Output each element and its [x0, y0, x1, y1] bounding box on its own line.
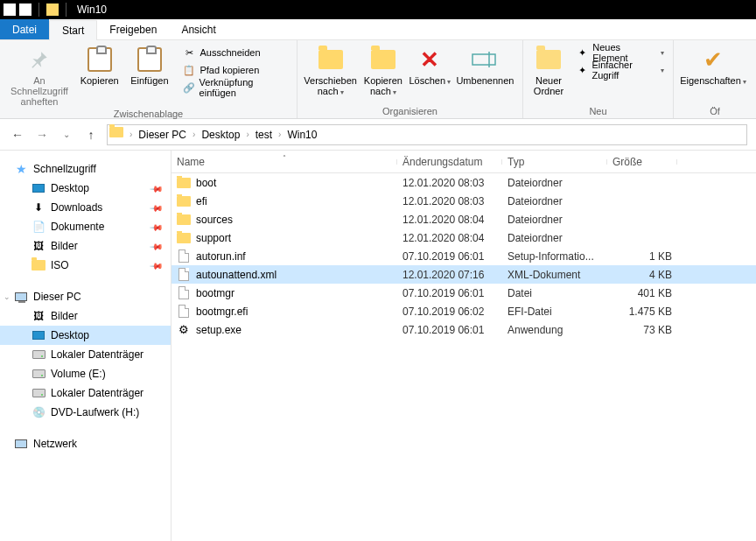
nav-item[interactable]: 📄Dokumente📌 [0, 217, 171, 236]
nav-item[interactable]: Lokaler Datenträger [0, 383, 171, 403]
new-item-button[interactable]: ✦Neues Element▾ [572, 44, 668, 61]
file-name: boot [196, 177, 216, 189]
file-icon [177, 194, 191, 208]
copy-to-button[interactable]: Kopieren nach▾ [360, 44, 406, 104]
file-row[interactable]: boot12.01.2020 08:03Dateiordner [172, 173, 756, 192]
breadcrumb-item[interactable]: test [254, 129, 274, 141]
group-label: Öf [679, 104, 751, 118]
nav-back-button[interactable]: ← [9, 126, 26, 144]
column-headers: ˄Name Änderungsdatum Typ Größe [172, 151, 756, 173]
link-icon: 🔗 [182, 81, 195, 95]
move-to-button[interactable]: Verschieben nach▾ [303, 44, 358, 104]
col-name[interactable]: ˄Name [172, 156, 397, 168]
nav-item[interactable]: 🖼Bilder📌 [0, 236, 171, 256]
file-icon [177, 305, 191, 319]
new-folder-icon [535, 46, 563, 74]
item-icon [32, 348, 46, 362]
file-date: 12.01.2020 07:16 [397, 269, 502, 281]
file-icon [177, 268, 191, 282]
file-type: Dateiordner [502, 214, 607, 226]
nav-item[interactable]: Desktop📌 [0, 179, 171, 198]
svg-rect-0 [472, 54, 495, 65]
col-type[interactable]: Typ [502, 156, 607, 168]
nav-fwd-button[interactable]: → [33, 126, 51, 144]
easy-access-button[interactable]: ✦Einfacher Zugriff▾ [572, 61, 668, 79]
col-date[interactable]: Änderungsdatum [397, 156, 502, 168]
pin-icon: 📌 [150, 181, 164, 195]
pin-quickaccess-button[interactable]: An Schnellzugriff anheften [5, 44, 74, 107]
file-name: bootmgr.efi [196, 306, 248, 318]
group-label: Zwischenablage [5, 107, 291, 121]
file-row[interactable]: bootmgr.efi07.10.2019 06:02EFI-Datei1.47… [172, 302, 756, 320]
file-row[interactable]: autounattend.xml12.01.2020 07:16XML-Doku… [172, 265, 756, 284]
nav-item[interactable]: 🖼Bilder [0, 306, 171, 326]
copyto-icon [369, 46, 397, 74]
item-icon [32, 367, 46, 381]
breadcrumb-box[interactable]: › Dieser PC › Desktop › test › Win10 [107, 124, 747, 145]
item-icon: 🖼 [32, 239, 46, 253]
file-size: 73 KB [607, 324, 677, 336]
tab-file[interactable]: Datei [0, 19, 49, 39]
paste-button[interactable]: Einfügen [125, 44, 173, 107]
copy-path-button[interactable]: 📋Pfad kopieren [178, 61, 291, 79]
breadcrumb-item[interactable]: Dieser PC [136, 129, 188, 141]
paste-icon [136, 46, 164, 74]
file-type: Dateiordner [502, 232, 607, 244]
tab-share[interactable]: Freigeben [97, 19, 169, 39]
paste-link-button[interactable]: 🔗Verknüpfung einfügen [178, 79, 291, 96]
file-date: 12.01.2020 08:03 [397, 177, 502, 189]
group-label: Neu [528, 104, 668, 118]
file-type: Anwendung [502, 324, 607, 336]
new-folder-button[interactable]: Neuer Ordner [528, 44, 569, 104]
file-type: Datei [502, 287, 607, 299]
item-icon: 🖼 [32, 309, 46, 323]
properties-button[interactable]: ✔ Eigenschaften▾ [679, 44, 747, 104]
delete-button[interactable]: ✕ Löschen▾ [409, 44, 452, 104]
file-type: Dateiordner [502, 177, 607, 189]
nav-network[interactable]: Netzwerk [0, 434, 171, 453]
file-date: 07.10.2019 06:01 [397, 324, 502, 336]
rename-button[interactable]: Umbenennen [453, 44, 517, 104]
breadcrumb-item[interactable]: Win10 [285, 129, 318, 141]
col-size[interactable]: Größe [607, 156, 677, 168]
nav-this-pc[interactable]: ⌄Dieser PC [0, 287, 171, 306]
item-icon [32, 258, 46, 272]
item-icon: 💿 [32, 405, 46, 419]
file-row[interactable]: bootmgr07.10.2019 06:01Datei401 KB [172, 284, 756, 302]
file-row[interactable]: autorun.inf07.10.2019 06:01Setup-Informa… [172, 247, 756, 265]
easy-access-icon: ✦ [576, 63, 588, 77]
file-icon [177, 213, 191, 227]
cut-button[interactable]: ✂Ausschneiden [178, 44, 291, 61]
tab-start[interactable]: Start [49, 20, 97, 40]
nav-up-button[interactable]: ↑ [82, 126, 100, 144]
file-icon [177, 176, 191, 190]
folder-icon [46, 4, 59, 16]
file-date: 07.10.2019 06:01 [397, 250, 502, 263]
title-bar: Win10 [0, 0, 756, 19]
copy-button[interactable]: Kopieren [75, 44, 123, 107]
file-name: efi [196, 195, 207, 207]
nav-item[interactable]: ISO📌 [0, 256, 171, 275]
breadcrumb-item[interactable]: Desktop [200, 129, 242, 141]
nav-item[interactable]: 💿DVD-Laufwerk (H:) [0, 403, 171, 422]
item-icon [32, 181, 46, 195]
nav-item[interactable]: Volume (E:) [0, 364, 171, 383]
nav-quick-access[interactable]: ★Schnellzugriff [0, 159, 171, 179]
file-list: ˄Name Änderungsdatum Typ Größe boot12.01… [172, 151, 756, 541]
sys-icon [4, 4, 16, 16]
file-row[interactable]: sources12.01.2020 08:04Dateiordner [172, 210, 756, 228]
nav-item[interactable]: Lokaler Datenträger [0, 345, 171, 364]
file-row[interactable]: support12.01.2020 08:04Dateiordner [172, 228, 756, 247]
copy-icon [86, 46, 114, 74]
tab-view[interactable]: Ansicht [169, 19, 228, 39]
file-row[interactable]: ⚙setup.exe07.10.2019 06:01Anwendung73 KB [172, 320, 756, 339]
scissors-icon: ✂ [182, 46, 196, 60]
file-date: 12.01.2020 08:04 [397, 232, 502, 244]
nav-item[interactable]: Desktop [0, 326, 171, 345]
file-name: bootmgr [196, 287, 234, 299]
nav-item[interactable]: ⬇Downloads📌 [0, 198, 171, 217]
file-row[interactable]: efi12.01.2020 08:03Dateiordner [172, 192, 756, 210]
folder-icon [109, 127, 125, 143]
nav-history-button[interactable]: ⌄ [58, 126, 75, 144]
star-icon: ★ [14, 162, 28, 176]
